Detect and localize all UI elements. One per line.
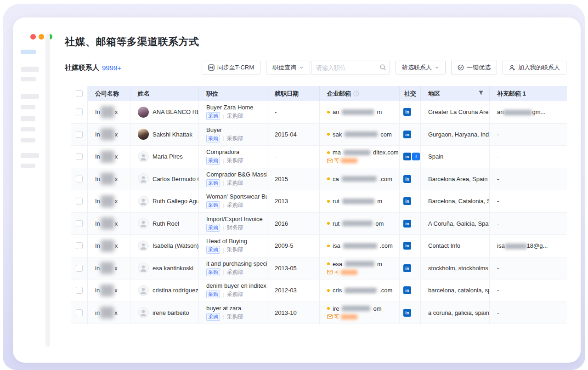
linkedin-icon[interactable]: in [403, 220, 411, 228]
position-type-dropdown[interactable]: 职位查询 [266, 61, 310, 74]
company-name-suffix: x [115, 220, 118, 227]
job-title: Buyer [206, 126, 222, 133]
company-name-suffix: x [114, 309, 118, 316]
company-name-prefix: in [95, 287, 100, 294]
name-cell: esa kantinkoski [130, 257, 199, 279]
linkedin-icon[interactable]: in [403, 197, 411, 205]
sidebar-item-placeholder[interactable] [21, 116, 35, 121]
sidebar-item-placeholder[interactable] [21, 67, 39, 72]
column-header-name: 姓名 [130, 86, 199, 101]
company-name-blur [101, 128, 114, 140]
select-all-checkbox[interactable] [76, 90, 83, 97]
deliverable-badge: 可 [327, 313, 357, 320]
row-checkbox[interactable] [76, 287, 83, 294]
column-header-position: 职位 [199, 86, 267, 101]
email-prefix: ire [333, 305, 339, 312]
email-prefix: rut [333, 220, 339, 227]
sidebar-item-active[interactable] [21, 50, 36, 54]
region: barcelona, catalonia, sp... [421, 279, 490, 302]
linkedin-icon[interactable]: in [403, 153, 411, 160]
linkedin-icon[interactable]: in [403, 175, 411, 183]
search-icon[interactable] [379, 64, 386, 73]
row-checkbox[interactable] [76, 176, 83, 182]
tcrm-logo-icon [208, 64, 215, 71]
linkedin-icon[interactable]: in [403, 264, 411, 272]
email-cell: maditex.com 可 [320, 146, 400, 168]
row-checkbox[interactable] [76, 309, 83, 316]
position-search-input[interactable] [311, 61, 390, 74]
avatar [138, 129, 149, 140]
filter-funnel-icon[interactable] [478, 90, 484, 97]
table-body: In x ANA BLANCO REY Buyer Zara Home 采购 采… [71, 101, 567, 324]
company-name-prefix: in [95, 265, 100, 272]
row-checkbox[interactable] [76, 198, 83, 205]
sidebar-item-placeholder[interactable] [21, 105, 35, 109]
column-header-company: 公司名称 [88, 86, 130, 101]
row-checkbox[interactable] [76, 220, 83, 227]
row-checkbox[interactable] [76, 108, 83, 115]
window-control-dot[interactable] [30, 34, 36, 40]
sidebar-item-placeholder[interactable] [21, 94, 39, 99]
email-blur [344, 150, 370, 155]
contact-name: Sakshi Khattak [153, 131, 192, 138]
filter-contacts-label: 筛选联系人 [402, 63, 432, 72]
sidebar-item-placeholder[interactable] [21, 127, 35, 131]
linkedin-icon[interactable]: in [403, 242, 411, 250]
linkedin-icon[interactable]: in [403, 131, 411, 138]
email-prefix: ca [333, 176, 339, 182]
social-icons: in [400, 257, 421, 279]
department: 采购部 [227, 246, 243, 254]
extra-blur [503, 110, 532, 115]
divider [223, 158, 224, 164]
email-cell: isa.com [320, 235, 400, 257]
sync-to-crm-button[interactable]: 同步至T-CRM [202, 61, 260, 74]
email-suffix: ditex.com [373, 149, 399, 156]
company-email-label: 企业邮箱 [327, 90, 351, 98]
one-click-optimize-button[interactable]: 一键优选 [451, 61, 497, 74]
start-date: 2015 [267, 168, 320, 190]
email-cell: rutm [320, 190, 400, 212]
linkedin-icon[interactable]: in [403, 108, 411, 116]
avatar [138, 196, 149, 207]
extra-email-cell: - [490, 213, 567, 235]
email-suffix: om [373, 305, 381, 312]
window-control-dot[interactable] [39, 34, 44, 40]
procurement-tag: 采购 [206, 179, 220, 187]
sidebar-item-placeholder[interactable] [21, 77, 36, 81]
extra-prefix: an [497, 108, 503, 115]
contact-name: Isabella (Watson) L... [153, 242, 198, 249]
row-checkbox[interactable] [76, 265, 83, 272]
sidebar-item-placeholder[interactable] [21, 138, 35, 142]
email-prefix: an [333, 108, 339, 115]
extra-email-cell: - [490, 124, 567, 146]
position-cell: Comprador B&G Massi... 采购 采购部 [199, 168, 267, 190]
table-row: In x Ruth Roel Import/Export Invoice 采购 … [71, 213, 567, 235]
filter-contacts-dropdown[interactable]: 筛选联系人 [396, 61, 446, 74]
mail-icon [327, 270, 333, 274]
start-date: 2016 [267, 213, 320, 235]
linkedin-icon[interactable]: in [403, 286, 411, 294]
row-checkbox[interactable] [76, 242, 83, 249]
facebook-icon[interactable]: f [412, 153, 420, 160]
table-row: in x irene barbeito buyer at zara 采购 采购部… [71, 302, 567, 324]
social-icons: in [400, 101, 421, 123]
avatar [138, 218, 149, 229]
divider [223, 247, 224, 253]
company-name-blur [101, 151, 114, 163]
position-cell: denim buyer en inditex 采购 采购部 [199, 279, 267, 302]
add-to-my-contacts-button[interactable]: 加入我的联系人 [503, 61, 566, 74]
email-blur [342, 109, 374, 115]
company-name-prefix: in [95, 309, 100, 316]
email-suffix: om [375, 220, 384, 227]
linkedin-icon[interactable]: in [403, 309, 411, 317]
info-icon[interactable] [353, 91, 359, 97]
procurement-tag: 采购 [206, 135, 220, 142]
divider [223, 202, 224, 209]
row-checkbox[interactable] [76, 153, 83, 160]
row-checkbox[interactable] [76, 131, 83, 138]
name-cell: Maria Pires [130, 146, 199, 168]
sidebar-item-placeholder[interactable] [21, 164, 35, 168]
start-date: - [267, 146, 320, 168]
extra-dash: - [497, 198, 499, 205]
sidebar-item-placeholder[interactable] [21, 153, 39, 158]
